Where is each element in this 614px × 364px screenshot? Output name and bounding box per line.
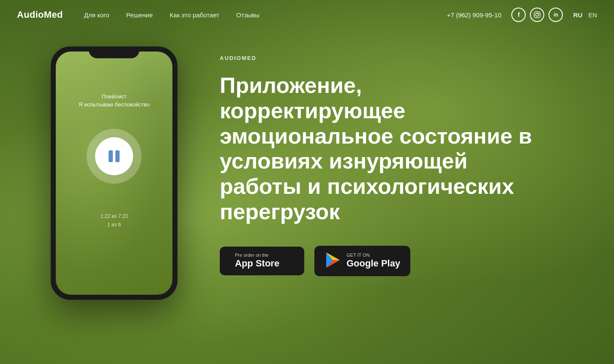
play-ring [87, 129, 142, 184]
app-store-text: Pre order on the App Store [235, 253, 279, 269]
navigation: AudioMed Для кого Решение Как это работа… [0, 0, 614, 30]
svg-point-2 [538, 13, 539, 14]
linkedin-icon[interactable]: in [549, 8, 563, 22]
hero-title: Приложение, корректирующее эмоциональное… [220, 73, 549, 225]
phone-screen: Плейлист Я испытываю беспокойство 1:22 и… [56, 52, 172, 295]
app-store-main: App Store [235, 258, 279, 269]
language-switcher: RU EN [573, 11, 597, 19]
nav-links: Для кого Решение Как это работает Отзывы [84, 11, 447, 19]
svg-rect-0 [534, 12, 540, 18]
google-play-button[interactable]: GET IT ON Google Play [314, 246, 410, 276]
phone-notch [89, 46, 139, 58]
google-play-main: Google Play [347, 258, 400, 269]
nav-reviews[interactable]: Отзывы [236, 11, 259, 19]
pause-button[interactable] [95, 137, 133, 175]
facebook-icon[interactable]: f [511, 8, 526, 22]
instagram-icon[interactable] [530, 8, 544, 22]
social-links: f in [511, 8, 563, 22]
phone-playlist-name: Я испытываю беспокойство [79, 101, 150, 108]
hero-section: Плейлист Я испытываю беспокойство 1:22 и… [0, 30, 614, 364]
logo[interactable]: AudioMed [17, 9, 63, 20]
hero-content: AUDIOMED Приложение, корректирующее эмоц… [186, 38, 580, 276]
phone-mockup: Плейлист Я испытываю беспокойство 1:22 и… [42, 46, 186, 300]
phone-frame: Плейлист Я испытываю беспокойство 1:22 и… [51, 46, 177, 300]
phone-number[interactable]: +7 (962) 909-95-10 [447, 11, 502, 19]
nav-how-it-works[interactable]: Как это работает [170, 11, 219, 19]
lang-en[interactable]: EN [588, 11, 597, 19]
pause-bar-right [115, 150, 120, 162]
phone-track: 1 из 6 [107, 222, 121, 228]
lang-ru[interactable]: RU [573, 11, 582, 19]
google-play-text: GET IT ON Google Play [347, 253, 400, 269]
brand-label: AUDIOMED [220, 55, 580, 61]
pause-bar-left [109, 150, 113, 162]
app-store-button[interactable]: Pre order on the App Store [220, 247, 304, 275]
nav-solution[interactable]: Решение [126, 11, 153, 19]
google-play-icon [325, 252, 341, 270]
app-store-sub: Pre order on the [235, 253, 279, 258]
store-buttons: Pre order on the App Store GET IT ON G [220, 246, 580, 276]
phone-time: 1:22 из 7:23 [100, 213, 128, 219]
google-play-sub: GET IT ON [347, 253, 400, 258]
svg-point-1 [536, 14, 539, 16]
phone-playlist-label: Плейлист [102, 93, 127, 100]
nav-for-whom[interactable]: Для кого [84, 11, 109, 19]
